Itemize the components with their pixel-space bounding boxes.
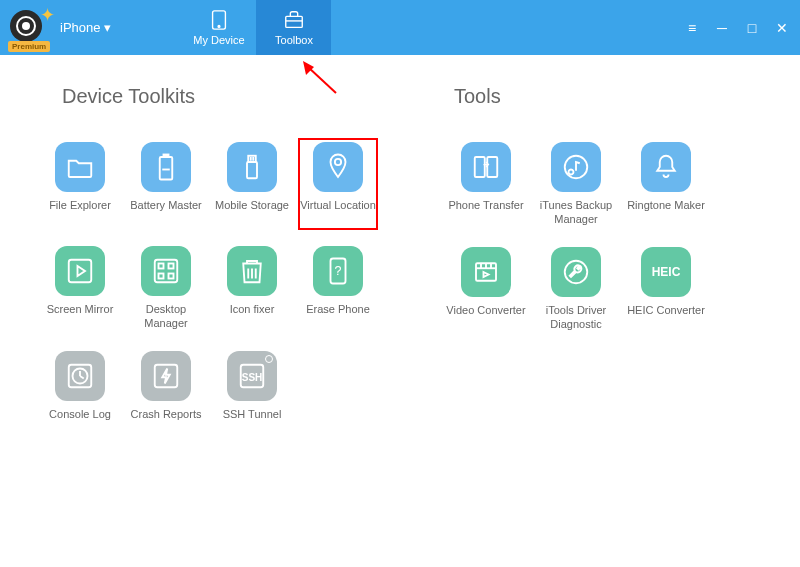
clock-icon [65, 361, 95, 391]
tool-label: File Explorer [49, 198, 111, 226]
tool-label: Erase Phone [306, 302, 370, 330]
tool-label: SSH Tunnel [223, 407, 282, 435]
tool-ringtone-maker[interactable]: Ringtone Maker [624, 138, 708, 231]
svg-marker-15 [78, 266, 86, 276]
tools-section: Tools Phone Transfer iTunes Backup Manag… [444, 85, 760, 439]
premium-badge: Premium [8, 41, 50, 52]
tool-ssh-tunnel[interactable]: SSH SSH Tunnel [212, 347, 292, 439]
menu-button[interactable]: ≡ [684, 20, 700, 36]
tool-label: Console Log [49, 407, 111, 435]
svg-rect-14 [69, 260, 92, 283]
minimize-button[interactable]: ─ [714, 20, 730, 36]
tool-label: Phone Transfer [448, 198, 523, 226]
svg-rect-2 [286, 16, 303, 27]
tool-label: Screen Mirror [47, 302, 114, 330]
grid-icon [151, 256, 181, 286]
tool-label: Mobile Storage [215, 198, 289, 226]
trash-icon [237, 256, 267, 286]
tool-label: Crash Reports [131, 407, 202, 435]
bell-icon [651, 152, 681, 182]
wrench-icon [561, 257, 591, 287]
tool-label: HEIC Converter [627, 303, 705, 331]
svg-rect-20 [169, 274, 174, 279]
svg-rect-10 [247, 162, 257, 178]
svg-rect-18 [169, 264, 174, 269]
tool-driver-diagnostic[interactable]: iTools Driver Diagnostic [534, 243, 618, 336]
tool-crash-reports[interactable]: Crash Reports [126, 347, 206, 439]
section-title: Tools [454, 85, 760, 108]
transfer-icon [471, 152, 501, 182]
tool-heic-converter[interactable]: HEIC HEIC Converter [624, 243, 708, 336]
svg-rect-30 [155, 364, 178, 387]
svg-marker-31 [162, 368, 170, 383]
svg-marker-42 [484, 272, 489, 277]
location-pin-icon [323, 152, 353, 182]
play-icon [65, 256, 95, 286]
app-logo: ✦ Premium [10, 10, 54, 46]
tool-phone-transfer[interactable]: Phone Transfer [444, 138, 528, 231]
music-note-icon [561, 152, 591, 182]
svg-text:?: ? [335, 264, 342, 278]
svg-rect-34 [475, 157, 485, 177]
phone-question-icon: ? [323, 256, 353, 286]
header-bar: ✦ Premium iPhone ▾ My Device Toolbo [0, 0, 800, 55]
svg-point-1 [218, 26, 220, 28]
tool-label: Virtual Location [300, 198, 376, 226]
tool-label: Battery Master [130, 198, 202, 226]
device-label: iPhone [60, 20, 100, 35]
toolbox-icon [282, 9, 306, 31]
tablet-icon [207, 9, 231, 31]
svg-rect-6 [160, 157, 173, 180]
tool-video-converter[interactable]: Video Converter [444, 243, 528, 336]
tool-screen-mirror[interactable]: Screen Mirror [40, 242, 120, 335]
svg-rect-19 [159, 274, 164, 279]
svg-rect-7 [164, 155, 169, 158]
tool-erase-phone[interactable]: ? Erase Phone [298, 242, 378, 335]
maximize-button[interactable]: □ [744, 20, 760, 36]
svg-text:SSH: SSH [242, 372, 263, 383]
heic-text-icon: HEIC [652, 265, 681, 279]
tool-label: iTools Driver Diagnostic [534, 303, 618, 332]
tab-label: My Device [193, 34, 244, 46]
window-controls: ≡ ─ □ ✕ [684, 0, 790, 55]
tool-label: Ringtone Maker [627, 198, 705, 226]
tool-battery-master[interactable]: Battery Master [126, 138, 206, 230]
tool-mobile-storage[interactable]: Mobile Storage [212, 138, 292, 230]
chevron-down-icon: ▾ [104, 20, 111, 35]
folder-icon [65, 152, 95, 182]
tool-desktop-manager[interactable]: Desktop Manager [126, 242, 206, 335]
ssh-icon: SSH [237, 361, 267, 391]
device-toolkits-section: Device Toolkits File Explorer Battery Ma… [40, 85, 380, 439]
tab-toolbox[interactable]: Toolbox [256, 0, 331, 55]
tool-label: Icon fixer [230, 302, 275, 330]
logo-area: ✦ Premium iPhone ▾ [0, 0, 121, 55]
svg-rect-17 [159, 264, 164, 269]
lightning-icon [151, 361, 181, 391]
main-content: Device Toolkits File Explorer Battery Ma… [0, 55, 800, 469]
tab-label: Toolbox [275, 34, 313, 46]
sparkle-icon: ✦ [40, 4, 58, 22]
svg-point-13 [335, 159, 341, 165]
device-selector[interactable]: iPhone ▾ [60, 20, 111, 35]
usb-icon [237, 152, 267, 182]
tool-label: Desktop Manager [126, 302, 206, 331]
battery-icon [151, 152, 181, 182]
tool-icon-fixer[interactable]: Icon fixer [212, 242, 292, 335]
tab-my-device[interactable]: My Device [181, 0, 256, 55]
header-tabs: My Device Toolbox [181, 0, 331, 55]
film-icon [471, 257, 501, 287]
tool-label: Video Converter [446, 303, 525, 331]
tool-itunes-backup[interactable]: iTunes Backup Manager [534, 138, 618, 231]
tool-label: iTunes Backup Manager [534, 198, 618, 227]
tool-console-log[interactable]: Console Log [40, 347, 120, 439]
svg-rect-35 [487, 157, 497, 177]
tool-virtual-location[interactable]: Virtual Location [298, 138, 378, 230]
close-button[interactable]: ✕ [774, 20, 790, 36]
svg-line-29 [80, 376, 84, 379]
tool-file-explorer[interactable]: File Explorer [40, 138, 120, 230]
section-title: Device Toolkits [62, 85, 380, 108]
